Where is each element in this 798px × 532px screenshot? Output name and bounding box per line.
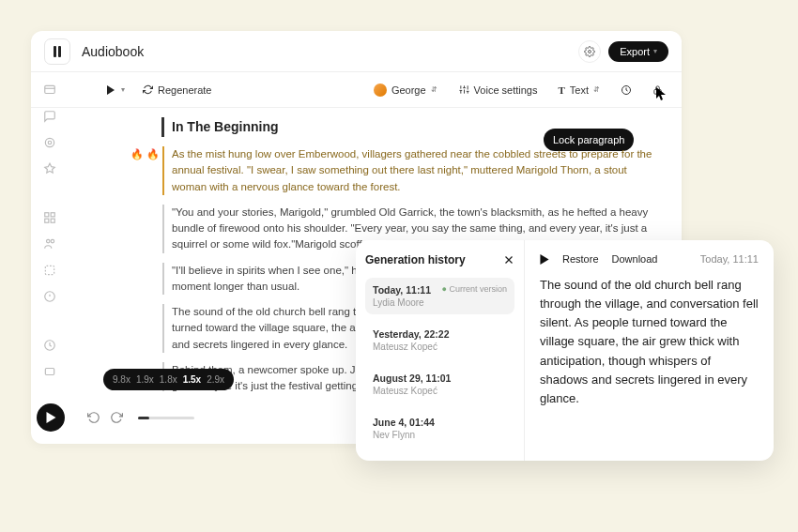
voice-settings-button[interactable]: Voice settings [453,82,544,99]
svg-rect-20 [45,219,49,222]
svg-rect-29 [45,369,54,375]
history-item[interactable]: Yesterday, 22:22 Mateusz Kopeć [365,322,514,358]
progress-bar[interactable] [138,417,194,419]
restore-button[interactable]: Restore [562,253,599,265]
svg-point-16 [45,138,54,146]
top-bar: Audiobook Export ▾ [31,31,682,72]
chevron-down-icon: ▾ [653,47,657,55]
speed-selector[interactable]: 9.8x 1.9x 1.8x 1.5x 2.9x [103,369,234,390]
page-title: Audiobook [82,44,144,59]
play-button[interactable] [37,403,65,432]
pause-button[interactable] [44,38,70,65]
history-preview-pane: Restore Download Today, 11:11 The sound … [525,240,774,461]
speed-option[interactable]: 1.9x [136,374,154,385]
history-item[interactable]: June 4, 01:44 Nev Flynn [365,410,514,447]
svg-point-22 [47,239,51,243]
svg-point-17 [48,141,52,144]
sidebar-icon-4[interactable] [41,160,58,177]
history-list-pane: Generation history Today, 11:11 Lydia Mo… [356,240,525,461]
skip-back-button[interactable] [87,411,100,424]
regenerate-label: Regenerate [158,84,212,96]
sidebar-icon-7[interactable] [41,262,58,279]
preview-timestamp: Today, 11:11 [700,253,759,265]
text-style-button[interactable]: T Text ⇵ [552,82,606,99]
svg-rect-19 [51,213,54,217]
svg-rect-18 [45,213,49,217]
download-button[interactable]: Download [612,253,658,265]
voice-selector[interactable]: George ⇵ [367,80,444,100]
preview-play-button[interactable] [540,254,549,265]
reaction-icon[interactable]: 🔥 🔥 [130,146,160,162]
voice-name: George [391,84,426,96]
text-label: Text [570,84,589,96]
chevron-down-icon[interactable]: ▾ [121,85,125,94]
svg-rect-14 [45,85,55,93]
settings-button[interactable] [578,40,601,63]
left-sidebar [31,72,69,444]
voice-avatar-icon [374,84,387,97]
export-button[interactable]: Export ▾ [608,41,668,62]
svg-rect-0 [54,46,56,57]
sidebar-icon-3[interactable] [41,134,58,151]
skip-forward-button[interactable] [110,411,123,424]
paragraph[interactable]: 🔥 🔥 As the mist hung low over Emberwood,… [162,146,653,195]
close-button[interactable] [503,254,514,266]
sidebar-icon-10[interactable] [41,363,58,380]
speed-option[interactable]: 2.9x [207,374,224,385]
sidebar-icon-2[interactable] [41,108,58,125]
sidebar-icon-6[interactable] [41,236,58,252]
lock-paragraph-button[interactable] [647,82,668,99]
cursor-icon [656,87,668,100]
svg-point-2 [589,50,591,53]
editor-toolbar: ▾ Regenerate George ⇵ Voice settings T T… [31,72,682,108]
history-title: Generation history [365,253,466,266]
play-icon[interactable] [106,85,115,95]
history-item[interactable]: Today, 11:11 Lydia Moore ● Current versi… [365,278,514,314]
svg-point-23 [51,239,54,243]
history-item[interactable]: August 29, 11:01 Mateusz Kopeć [365,366,514,403]
chevron-updown-icon: ⇵ [431,85,437,94]
export-label: Export [620,46,650,57]
generation-history-panel: Generation history Today, 11:11 Lydia Mo… [356,240,774,461]
svg-rect-21 [51,219,54,222]
preview-text: The sound of the old church bell rang th… [540,276,759,408]
svg-rect-1 [58,46,61,57]
speed-option[interactable]: 9.8x [113,374,130,385]
chevron-updown-icon: ⇵ [593,85,600,94]
speed-option[interactable]: 1.8x [160,374,177,385]
chapter-title: In The Beginning [161,117,653,137]
svg-rect-24 [45,266,54,274]
sidebar-icon-1[interactable] [41,82,58,99]
sidebar-icon-8[interactable] [41,288,58,305]
voice-settings-label: Voice settings [474,84,538,96]
text-icon: T [558,84,564,96]
sidebar-icon-9[interactable] [41,337,58,354]
speed-option[interactable]: 1.5x [183,374,201,385]
history-button[interactable] [615,82,637,99]
sidebar-icon-5[interactable] [41,209,58,226]
regenerate-button[interactable]: Regenerate [134,81,221,99]
